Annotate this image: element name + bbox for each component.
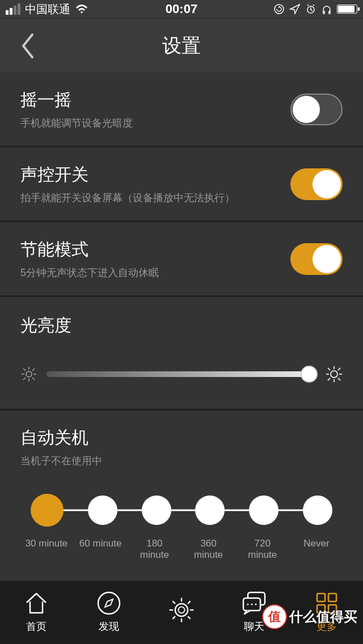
autopower-labels: 30 minute 60 minute 180 minute 360 minut… <box>20 538 343 561</box>
svg-line-10 <box>23 378 26 380</box>
autopower-desc: 当机子不在使用中 <box>20 454 343 468</box>
setting-shake: 摇一摇 手机就能调节设备光暗度 <box>0 73 363 146</box>
autopower-title: 自动关机 <box>20 426 343 450</box>
svg-point-0 <box>275 5 284 14</box>
svg-line-18 <box>338 368 340 370</box>
setting-brightness: 光亮度 <box>0 297 363 409</box>
watermark: 值 什么值得买 <box>262 604 357 629</box>
setting-voice: 声控开关 拍手就能开关设备屏幕（设备播放中无法执行） <box>0 147 363 221</box>
svg-line-27 <box>172 601 175 604</box>
svg-line-8 <box>32 378 35 380</box>
svg-line-19 <box>328 378 330 380</box>
svg-line-28 <box>188 616 191 619</box>
sun-icon <box>167 596 196 624</box>
nav-header: 设置 <box>0 18 363 73</box>
svg-point-35 <box>255 603 257 605</box>
autopower-label: 180 minute <box>132 538 177 561</box>
autopower-option-360[interactable] <box>195 495 225 525</box>
brightness-slider-knob[interactable] <box>301 366 318 383</box>
compass-icon <box>95 589 123 617</box>
svg-point-11 <box>331 371 337 378</box>
eco-title: 节能模式 <box>20 238 290 261</box>
wifi-icon <box>75 3 88 15</box>
svg-point-22 <box>178 607 184 613</box>
tab-home-label: 首页 <box>26 620 47 633</box>
brightness-low-icon <box>20 366 37 383</box>
voice-toggle[interactable] <box>290 168 343 200</box>
tab-home[interactable]: 首页 <box>22 589 50 633</box>
headphones-icon <box>321 3 332 15</box>
eco-toggle[interactable] <box>290 243 343 275</box>
autopower-label: 30 minute <box>24 538 69 561</box>
brightness-slider[interactable] <box>47 371 316 377</box>
autopower-option-720[interactable] <box>249 495 278 525</box>
svg-point-33 <box>247 603 249 605</box>
shake-toggle[interactable] <box>290 94 343 125</box>
svg-line-16 <box>328 368 330 370</box>
autopower-label: 360 minute <box>186 538 231 561</box>
status-right <box>273 3 357 15</box>
voice-title: 声控开关 <box>20 163 290 187</box>
svg-line-17 <box>338 378 340 380</box>
home-icon <box>22 589 50 617</box>
signal-icon <box>6 3 20 15</box>
svg-line-30 <box>172 616 175 619</box>
autopower-option-180[interactable] <box>142 495 171 525</box>
tab-discover[interactable]: 发现 <box>95 589 123 633</box>
eco-desc: 5分钟无声状态下进入自动休眠 <box>20 266 290 279</box>
autopower-label: Never <box>294 538 339 561</box>
setting-eco: 节能模式 5分钟无声状态下进入自动休眠 <box>0 222 363 295</box>
tab-light[interactable] <box>167 596 196 626</box>
app-screen: 中国联通 00:07 设置 <box>0 0 363 644</box>
tab-chat-label: 聊天 <box>244 620 264 633</box>
autopower-label: 60 minute <box>78 538 123 561</box>
svg-rect-36 <box>317 594 325 601</box>
watermark-text: 什么值得买 <box>289 608 357 626</box>
carrier-label: 中国联通 <box>25 2 70 17</box>
svg-point-2 <box>26 371 32 377</box>
alarm-icon <box>305 3 316 15</box>
autopower-option-30[interactable] <box>31 494 64 527</box>
autopower-option-60[interactable] <box>88 495 117 525</box>
lock-rotation-icon <box>273 3 285 15</box>
autopower-selector <box>20 490 343 530</box>
voice-desc: 拍手就能开关设备屏幕（设备播放中无法执行） <box>20 191 290 205</box>
status-bar: 中国联通 00:07 <box>0 0 363 18</box>
content-area: 摇一摇 手机就能调节设备光暗度 声控开关 拍手就能开关设备屏幕（设备播放中无法执… <box>0 73 363 581</box>
svg-line-7 <box>23 368 26 371</box>
status-left: 中国联通 <box>6 2 88 17</box>
autopower-label: 720 minute <box>240 538 285 561</box>
svg-point-21 <box>175 603 188 616</box>
watermark-badge: 值 <box>262 604 287 629</box>
status-time: 00:07 <box>166 2 197 16</box>
tab-discover-label: 发现 <box>99 620 119 633</box>
brightness-title: 光亮度 <box>20 314 343 337</box>
svg-point-34 <box>251 603 253 605</box>
setting-autopower: 自动关机 当机子不在使用中 30 minute 60 minute 180 mi… <box>0 410 363 581</box>
svg-line-9 <box>32 368 35 371</box>
location-icon <box>289 3 301 15</box>
back-button[interactable] <box>11 29 45 63</box>
battery-icon <box>337 5 357 14</box>
autopower-option-never[interactable] <box>303 495 332 525</box>
svg-line-29 <box>188 601 191 604</box>
shake-title: 摇一摇 <box>20 88 290 112</box>
shake-desc: 手机就能调节设备光暗度 <box>20 116 290 130</box>
brightness-high-icon <box>326 366 343 383</box>
svg-rect-37 <box>328 594 336 601</box>
page-title: 设置 <box>162 33 201 59</box>
svg-point-20 <box>98 592 120 614</box>
